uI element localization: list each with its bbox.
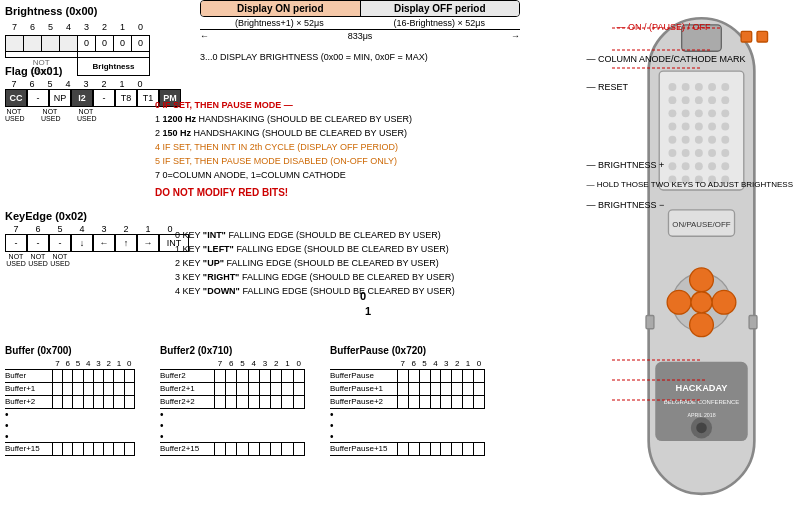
ke-desc-2: 2 KEY "UP" FALLING EDGE (SHOULD BE CLEAR…	[175, 256, 455, 270]
ke-right: →	[137, 234, 159, 252]
ke-up: ↑	[115, 234, 137, 252]
svg-text:BELGRADE CONFERENCE: BELGRADE CONFERENCE	[664, 399, 740, 405]
svg-point-48	[667, 290, 691, 314]
bufferpause-section: BufferPause (0x720) 76543210 BufferPause…	[330, 345, 485, 456]
annot-on-off: — ON / (PAUSE) / OFF	[587, 18, 793, 36]
flag-desc-2: 2 150 Hz HANDSHAKING (SHOULD BE CLEARED …	[155, 126, 412, 140]
buffer-section: Buffer (0x700) 76543210 Buffer Buffer+1 …	[5, 345, 135, 456]
flag-i2: I2	[71, 89, 93, 107]
annot-brightness-minus: — BRIGHTNESS −	[587, 196, 793, 214]
ke-zero-label: 0	[360, 290, 366, 302]
ke-dash2: -	[27, 234, 49, 252]
ke-desc-4: 4 KEY "DOWN" FALLING EDGE (SHOULD BE CLE…	[175, 284, 455, 298]
svg-point-49	[712, 290, 736, 314]
buffer2-table: 76543210 Buffer2 Buffer2+1 Buffer2+2 • •	[160, 358, 305, 456]
flag-warning: DO NOT MODIFY RED BITS!	[155, 186, 412, 200]
timing-off-formula: (16-Brightness) × 52μs	[394, 18, 485, 28]
timing-total: ← 833μs →	[200, 29, 520, 41]
ke-one-label: 1	[365, 305, 371, 317]
flag-desc-5: 5 IF SET, THEN PAUSE MODE DISABLED (ON-O…	[155, 154, 412, 168]
keyedge-bit-numbers: 7 6 5 4 3 2 1 0	[5, 224, 189, 234]
annot-column: — COLUMN ANODE/CATHODE MARK	[587, 50, 793, 68]
flag-np: NP	[49, 89, 71, 107]
svg-point-50	[691, 292, 712, 313]
timing-on-label: Display ON period	[201, 1, 361, 16]
svg-point-47	[690, 313, 714, 337]
timing-header: Display ON period Display OFF period	[200, 0, 520, 17]
svg-rect-57	[646, 316, 654, 329]
flag-desc-4: 4 IF SET, THEN INT IN 2th CYCLE (DISPLAY…	[155, 140, 412, 154]
ke-left: ←	[93, 234, 115, 252]
keyedge-title: KeyEdge (0x02)	[5, 210, 189, 222]
flag-title: Flag (0x01)	[5, 65, 181, 77]
svg-text:HACKADAY: HACKADAY	[676, 383, 729, 393]
ke-dash1: -	[5, 234, 27, 252]
flag-bit-numbers: 7 6 5 4 3 2 1 0	[5, 79, 181, 89]
bufferpause-table: 76543210 BufferPause BufferPause+1 Buffe…	[330, 358, 485, 456]
svg-rect-58	[749, 316, 757, 329]
right-annotations: — ON / (PAUSE) / OFF — COLUMN ANODE/CATH…	[587, 18, 793, 214]
ke-desc-0: 0 KEY "INT" FALLING EDGE (SHOULD BE CLEA…	[175, 228, 455, 242]
buffer2-title: Buffer2 (0x710)	[160, 345, 305, 356]
annot-reset: — RESET	[587, 78, 793, 96]
bufferpause-title: BufferPause (0x720)	[330, 345, 485, 356]
timing-off-label: Display OFF period	[361, 1, 520, 16]
svg-text:ON/PAUSE/OFF: ON/PAUSE/OFF	[672, 220, 730, 229]
ke-dash3: -	[49, 234, 71, 252]
flag-dash2: -	[93, 89, 115, 107]
flag-dash1: -	[27, 89, 49, 107]
timing-formulas: (Brightness+1) × 52μs (16-Brightness) × …	[200, 18, 520, 28]
svg-point-56	[696, 423, 707, 434]
buffer2-section: Buffer2 (0x710) 76543210 Buffer2 Buffer2…	[160, 345, 305, 456]
buffer-title: Buffer (0x700)	[5, 345, 135, 356]
timing-on-formula: (Brightness+1) × 52μs	[235, 18, 324, 28]
flag-t8: T8	[115, 89, 137, 107]
ke-desc-3: 3 KEY "RIGHT" FALLING EDGE (SHOULD BE CL…	[175, 270, 455, 284]
keyedge-cells: - - - ↓ ← ↑ → INT	[5, 234, 189, 252]
timing-section: Display ON period Display OFF period (Br…	[200, 0, 520, 41]
annot-hold-keys: — HOLD THOSE TWO KEYS TO ADJUST BRIGHTNE…	[587, 176, 793, 194]
buffer-table: 76543210 Buffer Buffer+1 Buffer+2 • •	[5, 358, 135, 456]
brightness-title: Brightness (0x00)	[5, 5, 195, 17]
svg-point-46	[690, 268, 714, 292]
ke-down: ↓	[71, 234, 93, 252]
flag-desc-1: 1 1200 Hz HANDSHAKING (SHOULD BE CLEARED…	[155, 112, 412, 126]
annot-brightness-plus: — BRIGHTNESS +	[587, 156, 793, 174]
keyedge-section: KeyEdge (0x02) 7 6 5 4 3 2 1 0 - - - ↓ ←…	[5, 210, 189, 267]
flag-desc-7: 7 0=COLUMN ANODE, 1=COLUMN CATHODE	[155, 168, 412, 182]
brightness-description: 3...0 DISPLAY BRIGHTNESS (0x00 = MIN, 0x…	[200, 52, 428, 62]
flag-desc-0: 0 IF SET, THEN PAUSE MODE —	[155, 98, 412, 112]
ke-desc-1: 1 KEY "LEFT" FALLING EDGE (SHOULD BE CLE…	[175, 242, 455, 256]
keyedge-descriptions: 0 KEY "INT" FALLING EDGE (SHOULD BE CLEA…	[175, 228, 455, 298]
keyedge-notused: NOTUSED NOTUSED NOTUSED	[5, 253, 189, 267]
buffers-area: Buffer (0x700) 76543210 Buffer Buffer+1 …	[5, 345, 485, 456]
flag-cc: CC	[5, 89, 27, 107]
flag-descriptions: 0 IF SET, THEN PAUSE MODE — 1 1200 Hz HA…	[155, 98, 412, 200]
